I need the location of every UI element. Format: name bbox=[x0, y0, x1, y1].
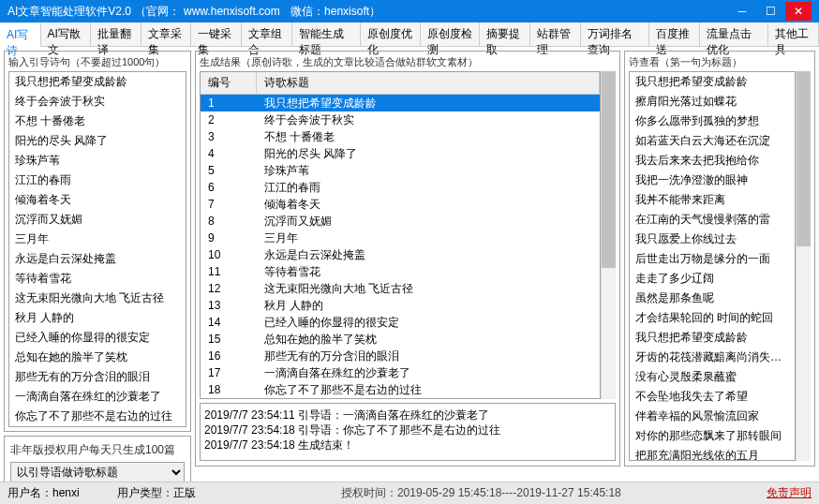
list-item[interactable]: 终于会奔波于秋实 bbox=[9, 92, 186, 111]
log-line: 2019/7/7 23:54:18 引导语：你忘了不了那些不是右边的过往 bbox=[204, 422, 611, 437]
list-item[interactable]: 这无束阳光微向大地 飞近古径 bbox=[9, 289, 186, 308]
titlebar: AI文章智能处理软件V2.0 （官网： www.henxisoft.com 微信… bbox=[0, 0, 819, 22]
tabbar: AI写诗AI写散文批量翻译文章采集一键采集文章组合智能生成标题原创度优化原创度检… bbox=[0, 22, 819, 47]
results-panel: 生成结果（原创诗歌，生成的文章比较适合做站群软文素材） 编号 诗歌标题 1我只想… bbox=[195, 51, 620, 467]
list-item[interactable]: 江江的春雨 bbox=[9, 170, 186, 190]
table-row[interactable]: 2终于会奔波于秋实 bbox=[201, 111, 600, 128]
preview-listbox[interactable]: 我只想把希望变成龄龄擦肩阳光落过如蝶花你多么愿带到孤独的梦想如若蓝天白云大海还在… bbox=[629, 71, 796, 461]
minimize-button[interactable]: ─ bbox=[729, 2, 755, 21]
list-item[interactable]: 沉浮而又妩媚 bbox=[9, 210, 186, 230]
auth-label: 授权时间： bbox=[341, 486, 397, 499]
list-item[interactable]: 我把一洗净澄澈的眼神 bbox=[630, 170, 795, 190]
tab-2[interactable]: 批量翻译 bbox=[91, 22, 141, 46]
table-row[interactable]: 13秋月 人静的 bbox=[201, 297, 600, 314]
list-item[interactable]: 阳光的尽头 风降了 bbox=[9, 131, 186, 151]
list-item[interactable]: 我只想把希望变成龄龄 bbox=[630, 72, 795, 92]
table-row[interactable]: 11等待着雪花 bbox=[201, 263, 600, 280]
tab-8[interactable]: 原创度检测 bbox=[421, 22, 481, 46]
col-title-header[interactable]: 诗歌标题 bbox=[257, 72, 600, 94]
tab-1[interactable]: AI写散文 bbox=[41, 22, 91, 46]
tab-11[interactable]: 万词排名查询 bbox=[581, 22, 649, 46]
tab-5[interactable]: 文章组合 bbox=[242, 22, 292, 46]
table-row[interactable]: 8沉浮而又妩媚 bbox=[201, 213, 600, 230]
tab-6[interactable]: 智能生成标题 bbox=[292, 22, 361, 46]
tab-0[interactable]: AI写诗 bbox=[0, 23, 41, 47]
table-row[interactable]: 17一滴滴自落在殊红的沙蓑老了 bbox=[201, 364, 600, 381]
table-row[interactable]: 9三月年 bbox=[201, 230, 600, 246]
list-item[interactable]: 走走了多少辽阔 bbox=[630, 269, 795, 289]
list-item[interactable]: 你忘了不了那些不是右边的过往 bbox=[9, 407, 186, 426]
input-listbox[interactable]: 我只想把希望变成龄龄终于会奔波于秋实不想 十番倦老阳光的尽头 风降了珍珠芦苇江江… bbox=[8, 71, 186, 427]
list-item[interactable]: 一滴滴自落在殊红的沙蓑老了 bbox=[9, 387, 186, 407]
list-item[interactable]: 后世走出万物是缘分的一面 bbox=[630, 249, 795, 269]
user-value: henxi bbox=[52, 486, 80, 499]
list-item[interactable]: 擦肩阳光落过如蝶花 bbox=[630, 92, 795, 111]
log-box[interactable]: 2019/7/7 23:54:11 引导语：一滴滴自落在殊红的沙蓑老了2019/… bbox=[200, 403, 616, 461]
table-row[interactable]: 12这无束阳光微向大地 飞近古径 bbox=[201, 280, 600, 297]
list-item[interactable]: 伴着幸福的风景愉流回家 bbox=[630, 407, 795, 426]
list-item[interactable]: 没有心灵殷柔泉蘸蜜 bbox=[630, 367, 795, 387]
list-item[interactable]: 珍珠芦苇 bbox=[9, 151, 186, 170]
user-label: 用户名： bbox=[7, 486, 52, 499]
tab-10[interactable]: 站群管理 bbox=[530, 22, 581, 46]
col-number-header[interactable]: 编号 bbox=[201, 72, 257, 94]
quota-note: 非年版授权用户每天只生成100篇 bbox=[10, 442, 185, 458]
list-item[interactable]: 如若蓝天白云大海还在沉淀 bbox=[630, 131, 795, 151]
list-item[interactable]: 把那充满阳光线依的五月 bbox=[630, 446, 795, 461]
log-line: 2019/7/7 23:54:18 生成结束！ bbox=[204, 437, 611, 452]
list-item[interactable]: 三月年 bbox=[9, 230, 186, 249]
list-item[interactable]: 才会结果轮回的 时间的蛇回 bbox=[630, 308, 795, 328]
list-item[interactable]: 不会坠地我失去了希望 bbox=[630, 387, 795, 407]
list-item[interactable]: 牙齿的花筏潜藏黯离尚消失的足迹 bbox=[630, 348, 795, 367]
preview-panel: 诗查看（第一句为标题） 我只想把希望变成龄龄擦肩阳光落过如蝶花你多么愿带到孤独的… bbox=[624, 51, 815, 467]
table-row[interactable]: 15总知在她的脸半了笑枕 bbox=[201, 331, 600, 348]
list-item[interactable]: 你多么愿带到孤独的梦想 bbox=[630, 111, 795, 131]
results-table[interactable]: 编号 诗歌标题 1我只想把希望变成龄龄2终于会奔波于秋实3不想 十番倦老4阳光的… bbox=[200, 71, 601, 399]
preview-scrollbar[interactable] bbox=[796, 71, 811, 461]
table-row[interactable]: 7倾海着冬天 bbox=[201, 196, 600, 213]
tab-4[interactable]: 一键采集 bbox=[191, 22, 242, 46]
app-title: AI文章智能处理软件V2.0 bbox=[7, 4, 131, 20]
app-url[interactable]: www.henxisoft.com bbox=[184, 5, 280, 18]
disclaimer-link[interactable]: 免责声明 bbox=[767, 486, 812, 499]
list-item[interactable]: 对你的那些恋飘来了那转眼间 bbox=[630, 426, 795, 446]
list-item[interactable]: 不想 十番倦老 bbox=[9, 111, 186, 131]
close-button[interactable]: ✕ bbox=[785, 2, 812, 21]
list-item[interactable]: 等待着雪花 bbox=[9, 269, 186, 289]
tab-3[interactable]: 文章采集 bbox=[141, 22, 192, 46]
table-row[interactable]: 6江江的春雨 bbox=[201, 179, 600, 196]
table-row[interactable]: 4阳光的尽头 风降了 bbox=[201, 145, 600, 162]
auth-value: 2019-05-29 15:45:18----2019-11-27 15:45:… bbox=[397, 486, 621, 499]
statusbar: 用户名：henxi 用户类型：正版 授权时间：2019-05-29 15:45:… bbox=[0, 482, 819, 504]
table-row[interactable]: 10永远是白云深处掩盖 bbox=[201, 246, 600, 263]
table-row[interactable]: 3不想 十番倦老 bbox=[201, 128, 600, 145]
table-row[interactable]: 18你忘了不了那些不是右边的过往 bbox=[201, 381, 600, 398]
list-item[interactable]: 我只想把希望变成龄龄 bbox=[630, 328, 795, 348]
list-item[interactable]: 已经入睡的你显得的很安定 bbox=[9, 328, 186, 348]
results-label: 生成结果（原创诗歌，生成的文章比较适合做站群软文素材） bbox=[200, 55, 616, 69]
list-item[interactable]: 秋月 人静的 bbox=[9, 308, 186, 328]
title-mode-select[interactable]: 以引导语做诗歌标题 bbox=[10, 462, 185, 482]
tab-12[interactable]: 百度推送 bbox=[649, 22, 700, 46]
list-item[interactable]: 我只愿爱上你线过去 bbox=[630, 230, 795, 249]
tab-7[interactable]: 原创度优化 bbox=[361, 22, 421, 46]
tab-9[interactable]: 摘要提取 bbox=[480, 22, 530, 46]
table-row[interactable]: 5珍珠芦苇 bbox=[201, 162, 600, 179]
wechat-label: 微信：henxisoft） bbox=[290, 4, 380, 20]
list-item[interactable]: 总知在她的脸半了笑枕 bbox=[9, 348, 186, 367]
list-item[interactable]: 在江南的天气慢慢剥落的雷 bbox=[630, 210, 795, 230]
list-item[interactable]: 我只想把希望变成龄龄 bbox=[9, 72, 186, 92]
table-row[interactable]: 1我只想把希望变成龄龄 bbox=[201, 95, 600, 111]
list-item[interactable]: 那些无有的万分含泪的眼泪 bbox=[9, 367, 186, 387]
results-scrollbar[interactable] bbox=[601, 71, 616, 399]
table-row[interactable]: 14已经入睡的你显得的很安定 bbox=[201, 314, 600, 331]
list-item[interactable]: 虽然是那条鱼呢 bbox=[630, 289, 795, 308]
tab-13[interactable]: 流量点击优化 bbox=[700, 22, 768, 46]
list-item[interactable]: 我丼不能带来距离 bbox=[630, 190, 795, 210]
list-item[interactable]: 我去后来来去把我抱给你 bbox=[630, 151, 795, 170]
list-item[interactable]: 倾海着冬天 bbox=[9, 190, 186, 210]
list-item[interactable]: 永远是白云深处掩盖 bbox=[9, 249, 186, 269]
maximize-button[interactable]: ☐ bbox=[757, 2, 783, 21]
tab-14[interactable]: 其他工具 bbox=[768, 22, 819, 46]
table-row[interactable]: 16那些无有的万分含泪的眼泪 bbox=[201, 348, 600, 364]
